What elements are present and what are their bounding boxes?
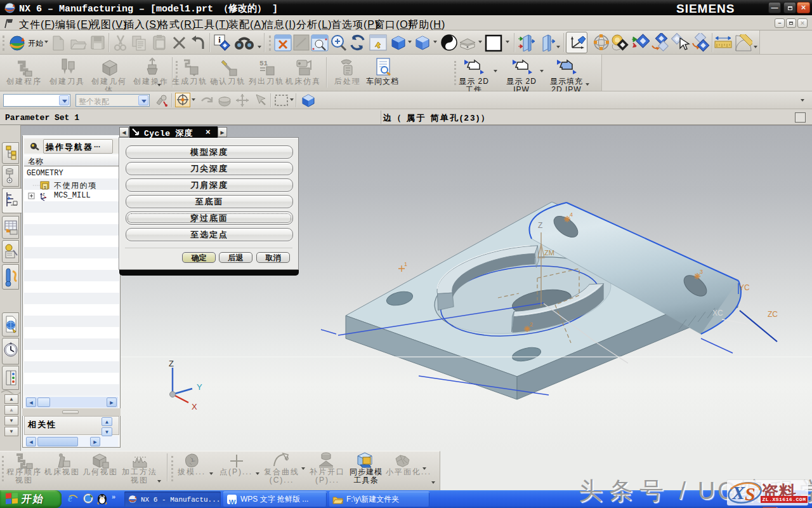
svg-text:4: 4 [570, 211, 573, 218]
svg-text:s: s [44, 184, 46, 190]
svg-text:ZM: ZM [544, 249, 554, 257]
svg-text:e: e [68, 493, 72, 504]
svg-text:X: X [731, 482, 745, 503]
svg-text:51: 51 [259, 60, 268, 67]
svg-text:X: X [192, 402, 197, 411]
svg-text:Y: Y [197, 382, 202, 392]
svg-text:3: 3 [700, 269, 703, 275]
svg-text:i: i [218, 35, 221, 44]
svg-text:Z: Z [169, 359, 174, 368]
svg-text:Z: Z [538, 221, 542, 230]
svg-text:1: 1 [404, 261, 407, 267]
svg-text:S: S [745, 483, 756, 504]
svg-text:2: 2 [530, 321, 533, 328]
svg-text:XC: XC [712, 309, 723, 318]
svg-text:Z: Z [43, 192, 45, 196]
svg-text:YC: YC [739, 283, 750, 292]
svg-text:ZC: ZC [768, 310, 778, 319]
svg-text:1: 1 [191, 457, 194, 463]
